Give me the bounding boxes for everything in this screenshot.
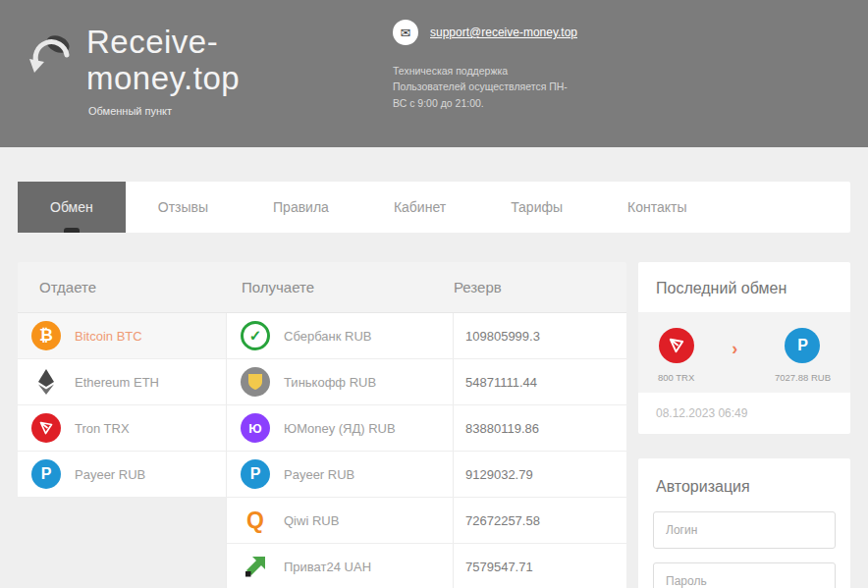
tab-kabinet[interactable]: Кабинет [361, 182, 478, 233]
tab-obmen[interactable]: Обмен [18, 182, 126, 233]
get-option-payeer-rub[interactable]: P Payeer RUB 9129032.79 [227, 452, 626, 498]
last-exchange-swap: 800 TRX › P 7027.88 RUB [638, 312, 850, 393]
main-nav: Обмен Отзывы Правила Кабинет Тарифы Конт… [18, 182, 850, 233]
payeer-icon: P [241, 459, 270, 489]
login-input[interactable] [653, 511, 836, 549]
sidebar: Последний обмен 800 TRX › P 7027.88 RUB [638, 262, 850, 588]
swap-to: P 7027.88 RUB [775, 328, 831, 383]
tron-icon [31, 413, 61, 443]
get-option-label: ЮMoney (ЯД) RUB [284, 421, 396, 436]
get-option-tinkoff-rub[interactable]: Тинькофф RUB 54871111.44 [227, 359, 626, 405]
get-option-yoomoney-rub[interactable]: Ю ЮMoney (ЯД) RUB 83880119.86 [227, 405, 626, 452]
site-title: Receive- money.top [86, 24, 240, 97]
site-title-line2: money.top [86, 60, 240, 96]
privat24-icon [241, 552, 270, 581]
swap-to-amount: 7027.88 RUB [775, 372, 831, 383]
ethereum-icon [31, 367, 61, 397]
get-option-label: Payeer RUB [284, 467, 354, 482]
reserve-value: 7579547.71 [453, 544, 626, 588]
qiwi-icon: Q [241, 506, 270, 535]
last-exchange-date: 08.12.2023 06:49 [638, 393, 850, 434]
brand: Receive- money.top Обменный пункт [26, 24, 240, 117]
support-hours: Техническая поддержка Пользователей осущ… [393, 63, 648, 111]
payeer-icon: P [31, 459, 61, 489]
support-hours-line2: Пользователей осуществляется ПН- [393, 79, 648, 94]
give-option-bitcoin-btc[interactable]: ₿ Bitcoin BTC [18, 313, 226, 359]
swap-from: 800 TRX [658, 328, 694, 383]
reserve-value: 109805999.3 [453, 313, 626, 358]
give-option-payeer-rub[interactable]: P Payeer RUB [18, 452, 226, 498]
give-option-ethereum-eth[interactable]: Ethereum ETH [18, 359, 226, 405]
site-title-line1: Receive- [86, 24, 240, 60]
exchange-panel: Отдаете Получаете Резерв ₿ Bitcoin BTC [18, 262, 626, 588]
give-option-label: Bitcoin BTC [75, 329, 142, 344]
tab-pravila[interactable]: Правила [241, 182, 361, 233]
reserve-value: 72672257.58 [453, 498, 626, 543]
email-icon: ✉ [393, 20, 418, 45]
arrow-right-icon: › [732, 339, 737, 359]
get-options-list: ✓ Сбербанк RUB 109805999.3 Ти [226, 313, 626, 588]
last-exchange-panel: Последний обмен 800 TRX › P 7027.88 RUB [638, 262, 850, 434]
reserve-value: 9129032.79 [453, 452, 626, 497]
last-exchange-title: Последний обмен [638, 262, 850, 312]
get-option-qiwi-rub[interactable]: Q Qiwi RUB 72672257.58 [227, 498, 626, 544]
tab-tarify[interactable]: Тарифы [478, 182, 595, 233]
auth-title: Авторизация [653, 458, 836, 511]
header: Receive- money.top Обменный пункт ✉ supp… [0, 0, 868, 147]
tab-otzyvy[interactable]: Отзывы [126, 182, 241, 233]
get-option-label: Qiwi RUB [284, 513, 339, 528]
get-option-label: Тинькофф RUB [284, 375, 376, 390]
column-header-reserve: Резерв [452, 279, 626, 295]
column-header-give: Отдаете [18, 279, 226, 295]
support-hours-line3: ВС с 9:00 до 21:00. [393, 95, 648, 111]
site-subtitle: Обменный пункт [88, 105, 240, 117]
tron-icon [659, 328, 694, 363]
tinkoff-icon [241, 367, 270, 397]
reserve-value: 54871111.44 [453, 359, 626, 404]
swap-from-amount: 800 TRX [658, 372, 694, 383]
payeer-icon: P [785, 328, 820, 363]
bitcoin-icon: ₿ [31, 321, 61, 350]
get-option-sberbank-rub[interactable]: ✓ Сбербанк RUB 109805999.3 [227, 313, 626, 359]
support-email-link[interactable]: support@receive-money.top [430, 26, 577, 39]
get-option-label: Сбербанк RUB [284, 329, 371, 344]
sberbank-icon: ✓ [241, 321, 270, 350]
auth-panel: Авторизация [638, 458, 850, 588]
exchange-logo-icon [26, 29, 77, 80]
support-hours-line1: Техническая поддержка [393, 63, 648, 79]
give-option-tron-trx[interactable]: Tron TRX [18, 405, 226, 452]
support-block: ✉ support@receive-money.top Техническая … [393, 20, 648, 111]
give-option-label: Payeer RUB [75, 467, 145, 482]
get-option-privat24-uah[interactable]: Приват24 UAH 7579547.71 [227, 544, 626, 588]
give-option-label: Tron TRX [75, 421, 130, 436]
column-header-get: Получаете [226, 279, 452, 295]
get-option-label: Приват24 UAH [284, 560, 371, 574]
table-header: Отдаете Получаете Резерв [18, 262, 626, 313]
give-option-label: Ethereum ETH [75, 375, 159, 390]
reserve-value: 83880119.86 [453, 405, 626, 451]
page: Receive- money.top Обменный пункт ✉ supp… [0, 0, 868, 588]
give-options-list: ₿ Bitcoin BTC Ethereum ETH [18, 313, 226, 498]
yoomoney-icon: Ю [241, 413, 270, 443]
brand-text: Receive- money.top Обменный пункт [86, 24, 240, 117]
tab-kontakty[interactable]: Контакты [595, 182, 719, 233]
password-input[interactable] [653, 562, 836, 588]
